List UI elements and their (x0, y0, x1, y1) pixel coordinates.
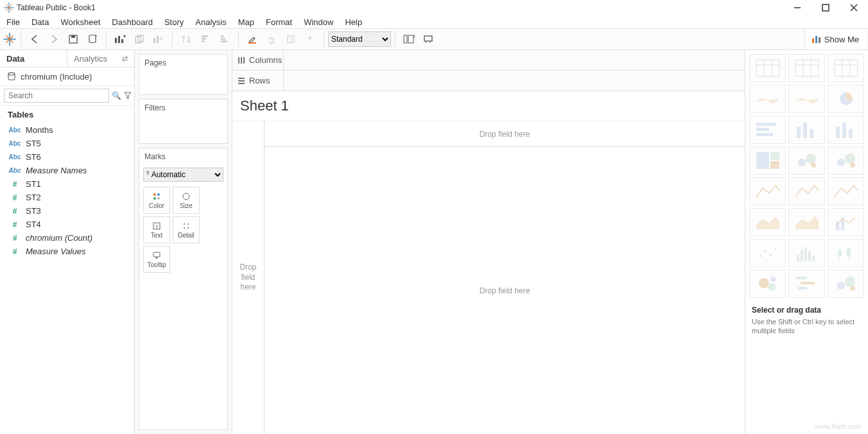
showme-thumb-23[interactable] (828, 270, 864, 298)
field-measure-names[interactable]: AbcMeasure Names (4, 164, 130, 177)
fit-select[interactable]: Standard (328, 31, 391, 47)
menu-map[interactable]: Map (238, 17, 254, 27)
sheet-title[interactable]: Sheet 1 (232, 91, 745, 121)
showme-thumb-18[interactable] (749, 239, 786, 267)
field-st6[interactable]: AbcST6 (4, 150, 130, 164)
minimize-button[interactable] (791, 1, 804, 14)
showme-thumb-0[interactable] (749, 54, 786, 82)
x-top-drop-zone[interactable]: Drop field here (265, 121, 745, 147)
pin-button[interactable] (300, 31, 320, 48)
showme-thumb-5[interactable] (828, 85, 864, 113)
showme-thumb-19[interactable] (788, 239, 825, 267)
tab-data[interactable]: Data (0, 50, 67, 67)
svg-rect-16 (118, 36, 120, 43)
svg-point-92 (811, 162, 816, 168)
close-button[interactable] (847, 1, 860, 14)
showme-thumb-9[interactable] (749, 146, 786, 175)
filters-shelf[interactable]: Filters (139, 99, 228, 144)
forward-button[interactable] (44, 31, 64, 48)
new-data-button[interactable]: + (83, 31, 102, 48)
rows-shelf[interactable]: Rows (232, 71, 745, 91)
showme-thumb-20[interactable] (828, 239, 864, 267)
svg-rect-21 (153, 38, 155, 43)
pages-shelf[interactable]: Pages (139, 54, 228, 95)
swap-button[interactable] (177, 31, 196, 48)
field-st1[interactable]: #ST1 (4, 177, 130, 191)
field-st4[interactable]: #ST4 (4, 218, 130, 231)
showme-thumb-15[interactable] (749, 208, 786, 236)
svg-rect-80 (756, 133, 773, 136)
svg-rect-42 (819, 37, 820, 43)
save-button[interactable] (64, 31, 83, 48)
menu-analysis[interactable]: Analysis (195, 17, 226, 27)
new-sheet-button[interactable]: ▾ (110, 31, 130, 48)
menu-dashboard[interactable]: Dashboard (112, 17, 153, 27)
showme-thumb-7[interactable] (788, 116, 825, 144)
showme-thumb-11[interactable] (828, 146, 864, 175)
presentation-button[interactable] (419, 31, 438, 48)
marks-detail[interactable]: Detail (173, 216, 200, 243)
tableau-logo-small-icon[interactable] (3, 31, 17, 48)
field-st5[interactable]: AbcST5 (4, 137, 130, 150)
tab-analytics[interactable]: Analytics⇄ (67, 50, 134, 67)
showme-thumb-8[interactable] (828, 116, 864, 144)
menu-story[interactable]: Story (164, 17, 184, 27)
showme-thumb-17[interactable] (828, 208, 864, 236)
back-button[interactable] (25, 31, 44, 48)
menu-window[interactable]: Window (304, 17, 333, 27)
y-drop-zone[interactable]: Drop field here (232, 121, 265, 434)
label-button[interactable]: T (281, 31, 300, 48)
window-title: Tableau Public - Book1 (17, 3, 96, 12)
svg-point-48 (157, 193, 160, 196)
showme-thumb-21[interactable] (749, 270, 786, 298)
columns-shelf[interactable]: Columns (232, 50, 745, 71)
svg-rect-108 (838, 250, 842, 256)
filter-icon[interactable] (124, 90, 132, 101)
search-icon[interactable]: 🔍 (112, 90, 121, 101)
plot-drop-zone[interactable]: Drop field here (265, 147, 745, 434)
showme-thumb-13[interactable] (788, 177, 825, 205)
clear-button[interactable] (149, 31, 168, 48)
showme-thumb-4[interactable] (788, 85, 825, 113)
field-chromium-count-[interactable]: #chromium (Count) (4, 231, 130, 245)
sort-desc-button[interactable] (215, 31, 234, 48)
svg-rect-41 (815, 36, 817, 43)
showme-button[interactable]: Show Me (804, 29, 865, 49)
svg-rect-28 (221, 35, 223, 37)
highlight-button[interactable] (243, 31, 262, 48)
maximize-button[interactable] (819, 1, 832, 14)
showme-thumb-12[interactable] (749, 177, 786, 205)
field-measure-values[interactable]: #Measure Values (4, 245, 130, 258)
search-input[interactable] (4, 89, 109, 103)
menu-data[interactable]: Data (31, 17, 49, 27)
field-months[interactable]: AbcMonths (4, 123, 130, 137)
showme-thumb-16[interactable] (788, 208, 825, 236)
data-panel: Data Analytics⇄ chromium (Include) 🔍 ▾ T… (0, 50, 135, 434)
field-st3[interactable]: #ST3 (4, 204, 130, 218)
marks-type-select[interactable]: ᵀ Automatic (143, 168, 223, 182)
menu-help[interactable]: Help (345, 17, 362, 27)
marks-tooltip[interactable]: Tooltip (143, 246, 170, 273)
svg-rect-116 (798, 287, 807, 290)
menu-worksheet[interactable]: Worksheet (60, 17, 100, 27)
svg-rect-59 (238, 57, 239, 64)
showme-thumb-3[interactable] (749, 85, 786, 113)
showme-thumb-1[interactable] (788, 54, 825, 82)
showme-thumb-2[interactable] (828, 54, 864, 82)
field-st2[interactable]: #ST2 (4, 191, 130, 204)
showme-thumb-6[interactable] (749, 116, 786, 144)
svg-rect-17 (121, 39, 123, 43)
attach-button[interactable] (262, 31, 281, 48)
showme-thumb-10[interactable] (788, 146, 825, 175)
show-cards-button[interactable]: ▾ (399, 31, 419, 48)
menu-format[interactable]: Format (266, 17, 292, 27)
showme-thumb-22[interactable] (788, 270, 825, 298)
duplicate-button[interactable] (130, 31, 149, 48)
menu-file[interactable]: File (6, 17, 20, 27)
marks-color[interactable]: Color (143, 187, 170, 214)
sort-asc-button[interactable] (196, 31, 215, 48)
showme-thumb-14[interactable] (828, 177, 864, 205)
datasource-row[interactable]: chromium (Include) (0, 67, 134, 85)
marks-text[interactable]: TText (143, 216, 170, 243)
marks-size[interactable]: Size (173, 187, 200, 214)
